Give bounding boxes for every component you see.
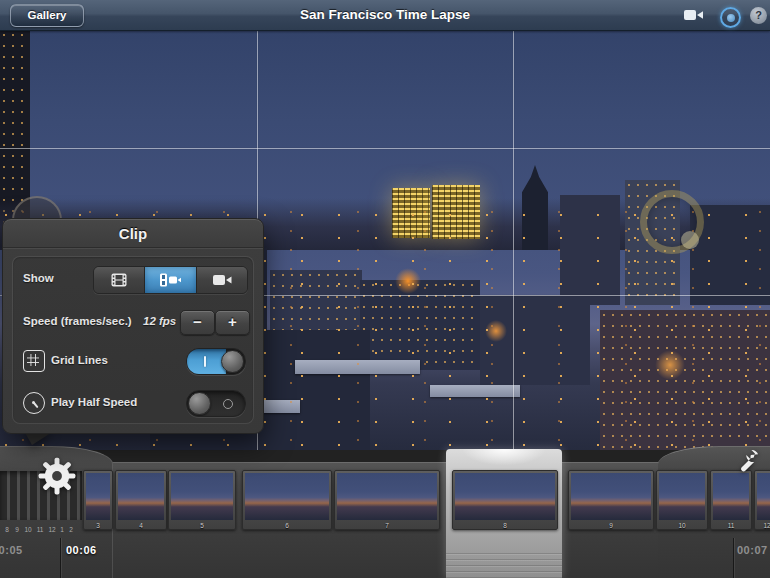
half-speed-toggle[interactable] xyxy=(186,390,246,417)
page-title: San Francisco Time Lapse xyxy=(0,0,770,30)
frame-thumbnail[interactable]: 11 xyxy=(710,470,752,530)
frame-tick: 2 xyxy=(65,526,77,533)
popover-title: Clip xyxy=(3,225,263,242)
show-camera-button[interactable] xyxy=(197,267,247,293)
speed-decrease-button[interactable]: − xyxy=(180,310,215,335)
target-icon[interactable] xyxy=(720,7,741,28)
show-label: Show xyxy=(23,272,54,284)
speed-value: 12 fps xyxy=(143,315,176,327)
frame-thumbnail[interactable]: 9 xyxy=(568,470,654,530)
camcorder-icon[interactable] xyxy=(684,7,704,23)
app-window: Gallery San Francisco Time Lapse ? 8 9 1… xyxy=(0,0,770,578)
timestamp-current: 00:06 xyxy=(66,544,97,556)
grid-icon xyxy=(23,350,45,372)
frame-tick: 11 xyxy=(34,526,46,533)
second-divider xyxy=(60,538,61,578)
grid-lines-label: Grid Lines xyxy=(51,354,108,366)
toggle-on-mark xyxy=(204,356,206,367)
frame-thumbnail[interactable]: 4 xyxy=(115,470,167,530)
frame-thumbnail[interactable]: 7 xyxy=(334,470,440,530)
top-bar: Gallery San Francisco Time Lapse ? xyxy=(0,0,770,31)
frame-thumbnail[interactable]: 3 xyxy=(83,470,113,530)
timestamp-next: 00:07 xyxy=(737,544,768,556)
show-film-and-camera-button[interactable] xyxy=(145,267,196,293)
second-divider xyxy=(733,538,734,578)
half-speed-label: Play Half Speed xyxy=(51,396,137,408)
frame-thumbnail[interactable]: 6 xyxy=(242,470,332,530)
dial-ghost-overlay xyxy=(640,190,704,254)
settings-gear-button[interactable] xyxy=(36,455,78,497)
frame-thumbnail[interactable]: 5 xyxy=(168,470,236,530)
speed-label: Speed (frames/sec.) xyxy=(23,315,132,327)
grid-line-horizontal-1 xyxy=(0,148,770,149)
toggle-knob xyxy=(188,392,211,415)
show-segmented-control xyxy=(93,266,248,294)
grid-lines-toggle[interactable] xyxy=(186,348,246,375)
help-icon[interactable]: ? xyxy=(750,7,767,24)
toggle-knob xyxy=(221,350,244,373)
selected-frame-ridges xyxy=(446,553,562,578)
timestamp-previous: 00:05 xyxy=(0,544,23,556)
toggle-off-mark xyxy=(223,399,233,409)
frame-thumbnail-selected[interactable]: 8 xyxy=(452,470,558,530)
frame-thumbnail[interactable]: 12 xyxy=(754,470,770,530)
clip-popover: Clip Show xyxy=(2,218,264,434)
show-film-button[interactable] xyxy=(94,267,145,293)
grid-line-vertical-2 xyxy=(513,30,514,450)
half-speed-clock-icon xyxy=(23,392,45,414)
divider xyxy=(3,247,263,248)
frame-tick: 10 xyxy=(22,526,34,533)
tools-wrench-button[interactable] xyxy=(733,447,761,475)
frame-thumbnail[interactable]: 10 xyxy=(656,470,708,530)
speed-increase-button[interactable]: + xyxy=(215,310,250,335)
